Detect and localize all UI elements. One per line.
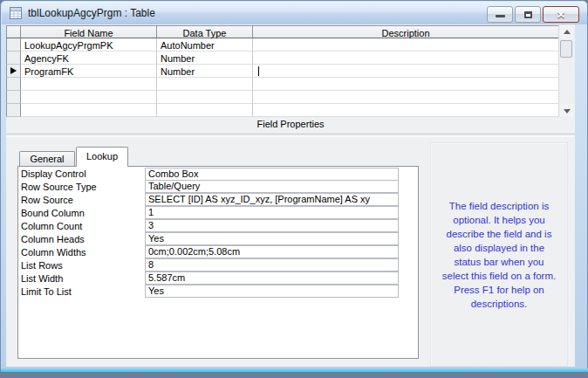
field-name-cell[interactable]: LookupAgcyPrgmPK (21, 38, 157, 52)
data-type-cell[interactable]: AutoNumber (157, 38, 253, 52)
property-name: List Width (21, 272, 145, 285)
table-row: LookupAgcyPrgmPK AutoNumber (6, 38, 559, 52)
field-properties-label: Field Properties (6, 119, 575, 129)
property-name: Column Widths (21, 246, 145, 259)
property-name: Column Heads (21, 233, 145, 246)
property-value-input[interactable]: 1 (145, 206, 399, 219)
description-cell[interactable] (253, 52, 559, 65)
row-selector[interactable] (6, 104, 21, 117)
property-name: Row Source (21, 194, 145, 207)
minimize-icon (496, 15, 505, 17)
restore-icon (524, 11, 532, 18)
property-name: List Rows (21, 259, 145, 272)
column-header-description: Description (253, 25, 559, 38)
row-selector[interactable] (6, 91, 21, 104)
text-caret (258, 66, 259, 76)
window-title: tblLookupAgcyPrgm : Table (28, 2, 155, 24)
property-value-input[interactable]: Yes (145, 232, 399, 245)
scrollbar-thumb[interactable] (560, 40, 572, 58)
property-row: Column Count 3 (21, 220, 418, 233)
property-value-input[interactable]: Combo Box (145, 168, 399, 181)
description-cell[interactable] (253, 78, 559, 91)
description-cell[interactable] (253, 38, 559, 52)
minimize-button[interactable] (487, 6, 513, 23)
property-row: Column Heads Yes (21, 233, 418, 246)
description-cell-focused[interactable] (253, 65, 559, 78)
property-sheet: Display Control Combo Box Row Source Typ… (17, 166, 419, 359)
property-name: Column Count (21, 220, 145, 233)
row-selector-current[interactable] (6, 65, 21, 78)
property-row: Row Source SELECT [ID] AS xyz_ID_xyz, [P… (21, 194, 418, 207)
field-grid: Field Name Data Type Description LookupA… (6, 25, 574, 118)
property-name: Bound Column (21, 207, 145, 220)
section-divider (6, 134, 575, 137)
column-header-field-name: Field Name (21, 25, 157, 38)
property-value-input[interactable]: Yes (145, 285, 399, 298)
help-text: The field description is optional. It he… (431, 199, 567, 311)
grid-header-row: Field Name Data Type Description (6, 25, 559, 38)
current-row-indicator-icon (10, 67, 17, 74)
help-panel: The field description is optional. It he… (430, 142, 568, 367)
row-selector[interactable] (6, 78, 21, 91)
field-name-cell[interactable] (21, 104, 157, 117)
field-name-cell[interactable] (21, 91, 157, 104)
window-bottom-edge (1, 368, 588, 372)
data-type-cell[interactable]: Number (157, 65, 253, 78)
table-icon (10, 7, 22, 19)
data-type-cell[interactable] (157, 78, 253, 91)
property-row: Display Control Combo Box (21, 168, 418, 181)
data-type-cell[interactable] (157, 91, 253, 104)
arrow-down-icon (564, 109, 571, 113)
access-workspace: tblLookupAgcyPrgm : Table ✕ F (0, 0, 588, 378)
design-view-content: Field Name Data Type Description LookupA… (6, 24, 575, 367)
arrow-up-icon (564, 30, 571, 34)
data-type-cell[interactable] (157, 104, 253, 117)
property-value-input[interactable]: 5.587cm (145, 271, 399, 285)
table-row: AgencyFK Number (6, 52, 559, 65)
property-value-input[interactable]: SELECT [ID] AS xyz_ID_xyz, [ProgramName]… (145, 193, 399, 206)
row-selector[interactable] (6, 52, 21, 65)
grid-vertical-scrollbar[interactable] (558, 25, 574, 117)
property-row: Bound Column 1 (21, 207, 418, 220)
table-row-empty (6, 78, 559, 91)
property-name: Display Control (21, 168, 145, 181)
table-row-empty (6, 91, 559, 104)
title-bar[interactable]: tblLookupAgcyPrgm : Table ✕ (2, 2, 587, 24)
table-row-current: ProgramFK Number (6, 65, 559, 78)
close-icon: ✕ (544, 7, 578, 22)
column-header-data-type: Data Type (157, 25, 253, 38)
field-name-cell[interactable]: AgencyFK (21, 52, 157, 65)
close-button[interactable]: ✕ (543, 6, 579, 23)
tab-general[interactable]: General (19, 151, 75, 167)
description-cell[interactable] (253, 104, 559, 117)
property-row: List Width 5.587cm (21, 272, 418, 285)
tab-lookup[interactable]: Lookup (76, 147, 128, 167)
property-row: Limit To List Yes (21, 285, 418, 299)
scroll-down-button[interactable] (560, 104, 573, 117)
property-value-input[interactable]: 3 (145, 219, 399, 232)
row-selector-header (6, 25, 21, 38)
table-design-window: tblLookupAgcyPrgm : Table ✕ F (0, 0, 588, 371)
table-row-empty (6, 104, 559, 117)
property-row: Column Widths 0cm;0.002cm;5.08cm (21, 246, 418, 259)
property-value-input[interactable]: Table/Query (145, 180, 399, 193)
property-name: Row Source Type (21, 181, 145, 194)
property-name: Limit To List (21, 285, 145, 299)
field-name-cell[interactable]: ProgramFK (21, 65, 157, 78)
restore-button[interactable] (515, 6, 541, 23)
property-row: List Rows 8 (21, 259, 418, 272)
field-name-cell[interactable] (21, 78, 157, 91)
description-cell[interactable] (253, 91, 559, 104)
data-type-cell[interactable]: Number (157, 52, 253, 65)
property-value-input[interactable]: 0cm;0.002cm;5.08cm (145, 245, 399, 258)
row-selector[interactable] (6, 38, 21, 52)
property-row: Row Source Type Table/Query (21, 181, 418, 194)
scroll-up-button[interactable] (560, 25, 573, 38)
window-controls: ✕ (487, 6, 579, 23)
property-value-input[interactable]: 8 (145, 258, 399, 271)
